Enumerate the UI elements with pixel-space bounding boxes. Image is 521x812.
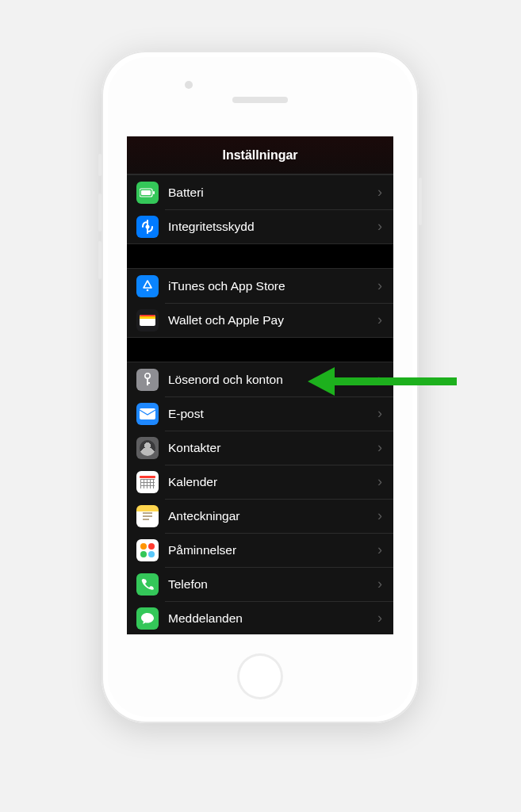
settings-row[interactable]: Kontakter›: [127, 431, 393, 465]
row-label: Påminnelser: [168, 543, 373, 557]
svg-rect-7: [147, 382, 150, 384]
settings-row[interactable]: Wallet och Apple Pay›: [127, 303, 393, 337]
row-label: Wallet och Apple Pay: [168, 313, 373, 327]
appstore-icon: [136, 275, 159, 297]
reminders-icon: [136, 539, 159, 561]
settings-row[interactable]: Påminnelser›: [127, 533, 393, 567]
messages-icon: [136, 607, 159, 630]
contacts-icon: [136, 437, 159, 459]
phone-body: Inställningar Batteri›Integritetsskydd›i…: [108, 57, 412, 717]
svg-rect-1: [141, 190, 151, 195]
settings-row[interactable]: Anteckningar›: [127, 499, 393, 533]
mail-icon: [136, 403, 159, 425]
settings-list[interactable]: Batteri›Integritetsskydd›iTunes och App …: [127, 174, 393, 634]
battery-icon: [136, 182, 159, 204]
settings-row[interactable]: Batteri›: [127, 175, 393, 209]
chevron-right-icon: ›: [377, 439, 382, 456]
settings-row[interactable]: Meddelanden›: [127, 601, 393, 634]
speaker-grille: [232, 97, 288, 103]
chevron-right-icon: ›: [377, 610, 382, 626]
chevron-right-icon: ›: [377, 508, 382, 524]
home-button[interactable]: [237, 653, 283, 699]
volume-up-button: [98, 193, 102, 232]
settings-row[interactable]: Telefon›: [127, 567, 393, 601]
chevron-right-icon: ›: [377, 218, 382, 235]
group-separator: [127, 244, 393, 268]
chevron-right-icon: ›: [377, 576, 382, 592]
mute-switch: [98, 154, 102, 176]
page-title: Inställningar: [222, 148, 297, 163]
settings-group: Lösenord och konton›E-post›Kontakter›Kal…: [127, 362, 393, 634]
navigation-bar: Inställningar: [127, 136, 393, 174]
svg-point-5: [145, 373, 150, 377]
passwords-icon: [136, 369, 159, 391]
privacy-icon: [136, 216, 159, 238]
svg-rect-8: [140, 408, 155, 419]
row-label: Batteri: [168, 186, 373, 200]
settings-row[interactable]: iTunes och App Store›: [127, 269, 393, 303]
svg-rect-6: [147, 378, 148, 385]
row-label: Anteckningar: [168, 509, 373, 523]
svg-point-3: [146, 224, 150, 228]
settings-group: iTunes och App Store›Wallet och Apple Pa…: [127, 268, 393, 338]
row-label: Meddelanden: [168, 611, 373, 626]
wallet-icon: [136, 309, 159, 331]
chevron-right-icon: ›: [377, 278, 382, 294]
row-label: Lösenord och konton: [168, 373, 373, 387]
settings-row[interactable]: Kalender›: [127, 465, 393, 499]
volume-down-button: [98, 241, 102, 279]
svg-point-4: [147, 289, 149, 291]
notes-icon: [136, 505, 159, 527]
phone-frame: Inställningar Batteri›Integritetsskydd›i…: [102, 51, 419, 723]
settings-row[interactable]: Integritetsskydd›: [127, 209, 393, 243]
sleep-button: [419, 178, 422, 225]
row-label: Integritetsskydd: [168, 220, 373, 234]
svg-rect-2: [153, 191, 155, 194]
settings-row[interactable]: E-post›: [127, 396, 393, 431]
row-label: Kalender: [168, 475, 373, 489]
chevron-right-icon: ›: [377, 405, 382, 422]
front-camera: [185, 81, 193, 89]
row-label: Telefon: [168, 577, 373, 592]
chevron-right-icon: ›: [377, 184, 382, 201]
row-label: Kontakter: [168, 441, 373, 455]
chevron-right-icon: ›: [377, 371, 382, 388]
settings-row[interactable]: Lösenord och konton›: [127, 362, 393, 396]
chevron-right-icon: ›: [377, 312, 382, 328]
settings-group: Batteri›Integritetsskydd›: [127, 174, 393, 244]
row-label: E-post: [168, 407, 373, 421]
calendar-icon: [136, 471, 159, 493]
screen: Inställningar Batteri›Integritetsskydd›i…: [127, 136, 393, 634]
group-separator: [127, 338, 393, 362]
chevron-right-icon: ›: [377, 542, 382, 558]
chevron-right-icon: ›: [377, 473, 382, 490]
row-label: iTunes och App Store: [168, 279, 373, 293]
phone-icon: [136, 573, 159, 596]
